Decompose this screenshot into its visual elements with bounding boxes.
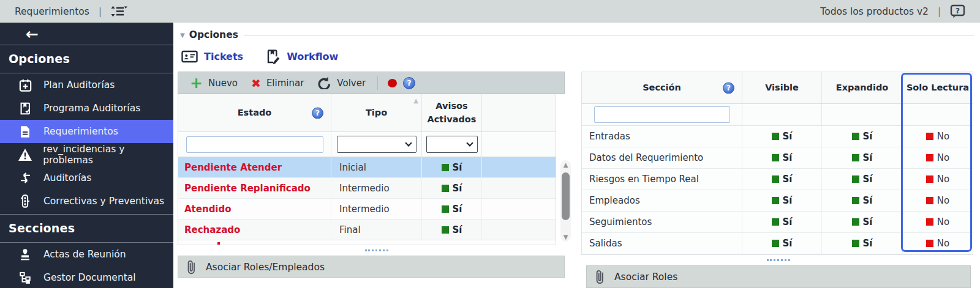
seccion-table-row[interactable]: Empleados Sí Sí No bbox=[582, 190, 973, 212]
estado-table-row[interactable]: Pendiente Atender Inicial Sí bbox=[178, 157, 556, 178]
status-square-icon bbox=[772, 240, 779, 247]
fieldset-label: Opciones bbox=[189, 29, 238, 40]
sorted-list-menu-icon[interactable] bbox=[111, 6, 127, 17]
status-square-icon bbox=[926, 175, 933, 183]
help-chat-icon[interactable]: ? bbox=[950, 4, 965, 18]
tipo-cell: Intermedio bbox=[331, 178, 422, 198]
status-square-icon bbox=[852, 154, 859, 161]
seccion-table-row[interactable]: Datos del Requerimiento Sí Sí bbox=[582, 147, 973, 169]
column-header-avisos[interactable]: Avisos Activados bbox=[422, 94, 482, 131]
column-header-visible[interactable]: Visible bbox=[742, 72, 822, 103]
sidebar-heading-opciones: Opciones bbox=[0, 45, 173, 73]
back-arrow-button[interactable]: ← bbox=[26, 26, 39, 42]
tab-tickets[interactable]: Tickets bbox=[181, 49, 243, 64]
seccion-cell: Salidas bbox=[582, 233, 742, 254]
avisos-cell: Sí bbox=[422, 199, 482, 219]
seccion-table-row[interactable]: Salidas Sí Sí No bbox=[582, 233, 973, 254]
sidebar-item[interactable]: Requerimientos bbox=[0, 120, 173, 143]
sidebar: ← Opciones Plan Auditorías Programa Audi… bbox=[0, 23, 173, 288]
x-icon: ✖ bbox=[251, 76, 261, 90]
status-square-icon bbox=[926, 197, 933, 204]
avisos-cell: Sí bbox=[422, 178, 482, 198]
scroll-up-icon[interactable]: ▲ bbox=[560, 161, 571, 168]
column-header-seccion[interactable]: Sección ? bbox=[582, 72, 742, 103]
tab-label: Tickets bbox=[204, 51, 243, 62]
tab-workflow[interactable]: Workflow bbox=[265, 49, 338, 64]
status-square-icon bbox=[772, 133, 779, 140]
asociar-roles-empleados-bar[interactable]: Asociar Roles/Empleados bbox=[178, 256, 565, 278]
sidebar-item-label: Actas de Reunión bbox=[43, 249, 126, 260]
column-header-expandido[interactable]: Expandido bbox=[822, 72, 903, 103]
solo-lectura-cell: No bbox=[903, 126, 973, 147]
seccion-cell: Entradas bbox=[582, 126, 742, 147]
product-switcher[interactable]: Todos los productos v2 bbox=[820, 6, 929, 17]
paperclip-icon bbox=[595, 270, 605, 284]
estado-cell: Atendido bbox=[178, 199, 331, 219]
resize-handle[interactable] bbox=[767, 259, 790, 261]
visible-cell: Sí bbox=[742, 212, 822, 232]
help-icon[interactable]: ? bbox=[403, 77, 415, 89]
book-check-icon bbox=[17, 102, 33, 116]
status-square-icon bbox=[772, 154, 779, 161]
tipo-filter-select[interactable] bbox=[337, 136, 417, 153]
help-icon[interactable]: ? bbox=[312, 107, 323, 119]
seccion-table-row[interactable]: Seguimientos Sí Sí No bbox=[582, 212, 973, 233]
seccion-table-row[interactable]: Riesgos en Tiempo Real Sí Sí bbox=[582, 169, 973, 190]
traffic-light-icon bbox=[17, 194, 33, 209]
status-square-icon bbox=[926, 133, 933, 140]
delete-button[interactable]: ✖ Eliminar bbox=[246, 76, 309, 90]
sidebar-item-label: Correctivas y Preventivas bbox=[43, 196, 164, 207]
help-icon[interactable]: ? bbox=[723, 82, 734, 94]
estado-filter-input[interactable] bbox=[186, 136, 323, 153]
sidebar-item[interactable]: Auditorías bbox=[0, 166, 173, 190]
record-indicator-icon[interactable] bbox=[388, 79, 397, 87]
resize-handle[interactable] bbox=[365, 249, 388, 251]
chevron-down-icon bbox=[466, 139, 473, 146]
column-header-tipo[interactable]: Tipo ▲ bbox=[331, 94, 422, 131]
expandido-cell: Sí bbox=[822, 147, 903, 168]
expandido-cell: Sí bbox=[822, 169, 903, 190]
tipo-cell: Final bbox=[331, 220, 422, 240]
estado-table-row[interactable]: Pendiente Replanificado Intermedio Sí bbox=[178, 178, 556, 199]
avisos-cell: Sí bbox=[422, 157, 482, 177]
sidebar-item[interactable]: Gestor Documental bbox=[0, 266, 173, 288]
expandido-cell: Sí bbox=[822, 212, 903, 232]
scroll-down-icon[interactable]: ▼ bbox=[560, 234, 571, 240]
sidebar-item[interactable]: Correctivas y Preventivas bbox=[0, 190, 173, 213]
estado-table-row[interactable]: Rechazado Final Sí bbox=[178, 220, 556, 240]
vertical-scrollbar[interactable]: ▲ ▼ bbox=[560, 160, 571, 242]
sidebar-item[interactable]: Actas de Reunión bbox=[0, 243, 173, 266]
seccion-filter-input[interactable] bbox=[594, 106, 730, 123]
seccion-table-row[interactable]: Entradas Sí Sí No bbox=[582, 126, 973, 147]
solo-lectura-cell: No bbox=[903, 190, 973, 211]
column-header-estado[interactable]: Estado ? bbox=[178, 94, 331, 131]
column-header-solo-lectura[interactable]: Solo Lectura bbox=[903, 72, 973, 103]
new-button[interactable]: + Nuevo bbox=[184, 77, 243, 89]
status-square-icon bbox=[442, 226, 449, 234]
sidebar-item[interactable]: rev_incidencias y problemas bbox=[0, 143, 173, 166]
sidebar-item[interactable]: Programa Auditorías bbox=[0, 97, 173, 120]
status-square-icon bbox=[926, 154, 933, 161]
asociar-roles-bar[interactable]: Asociar Roles bbox=[586, 265, 971, 288]
avisos-filter-select[interactable] bbox=[426, 136, 478, 153]
sidebar-item[interactable]: Plan Auditorías bbox=[0, 73, 173, 97]
scrollbar-thumb[interactable] bbox=[562, 172, 570, 220]
solo-lectura-cell: No bbox=[903, 169, 973, 190]
visible-cell: Sí bbox=[742, 147, 822, 168]
status-square-icon bbox=[772, 218, 779, 226]
status-square-icon bbox=[852, 175, 859, 183]
collapse-caret-icon[interactable]: ▼ bbox=[180, 32, 185, 39]
sidebar-item-label: Auditorías bbox=[43, 172, 91, 183]
footer-label: Asociar Roles bbox=[614, 271, 677, 282]
expandido-cell: Sí bbox=[822, 126, 903, 147]
footer-label: Asociar Roles/Empleados bbox=[206, 262, 325, 273]
tipo-cell: Inicial bbox=[331, 157, 422, 177]
estado-cell: Pendiente Replanificado bbox=[178, 178, 331, 198]
estado-table-row[interactable]: Atendido Intermedio Sí bbox=[178, 199, 556, 220]
paperclip-icon bbox=[186, 260, 197, 275]
seccion-cell: Datos del Requerimiento bbox=[582, 147, 742, 168]
status-square-icon bbox=[926, 240, 933, 247]
opciones-fieldset-header: ▼ Opciones bbox=[179, 28, 978, 42]
avisos-cell: Sí bbox=[422, 220, 482, 240]
undo-button[interactable]: Volver bbox=[312, 76, 371, 89]
